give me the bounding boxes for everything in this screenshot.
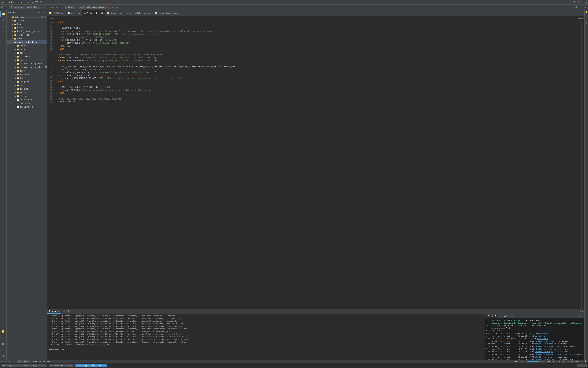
- panel-close-icon[interactable]: —: [582, 310, 583, 313]
- server-config-selector[interactable]: 🖥 clickhouse-server ▾: [78, 6, 106, 9]
- tab-more-button[interactable]: ⋮: [580, 12, 584, 14]
- power-icon[interactable]: ⏻: [585, 1, 587, 3]
- tree-item-base[interactable]: ▶ 📁 base: [7, 22, 47, 26]
- git-status-icon[interactable]: ↑: [581, 360, 582, 362]
- close-window-icon[interactable]: ✕: [584, 6, 587, 9]
- places-menu[interactable]: Places: [18, 1, 26, 4]
- tree-item-tests[interactable]: ▶ 📁 tests: [7, 91, 47, 94]
- panel-settings-icon[interactable]: ⚙: [580, 310, 581, 313]
- tab-readme[interactable]: 📝 README.md: [47, 10, 65, 16]
- close-sidebar-icon[interactable]: ✕: [43, 11, 44, 14]
- terminal-tab-local[interactable]: Local: [501, 315, 509, 318]
- structure-activity[interactable]: ≡: [0, 23, 6, 29]
- minimap-icon[interactable]: ▪: [582, 21, 583, 23]
- more-activity[interactable]: ⋯: [0, 30, 6, 36]
- terminal-tab-terminal[interactable]: Terminal: [486, 315, 498, 318]
- tab-main-cpp[interactable]: 📄 main.cpp: [65, 10, 82, 16]
- tab-gcc-toolchain[interactable]: ⚙ gcc_toolchain.cmake: [125, 10, 153, 16]
- build-icon[interactable]: 🔨: [107, 6, 111, 9]
- taskbar-clion[interactable]: ⚙ ByConity – CMakeLists.txt: [75, 364, 107, 367]
- sync-icon[interactable]: ↻: [43, 6, 46, 9]
- hamburger-icon[interactable]: ☰: [5, 6, 7, 9]
- settings-activity[interactable]: ⚙: [0, 353, 6, 359]
- settings-icon[interactable]: ⚙: [580, 6, 583, 9]
- terminal-dropdown-icon[interactable]: ▾: [512, 315, 513, 317]
- taskbar-jetbrains[interactable]: 🔧 JetBrains Toolbox: [49, 364, 74, 367]
- applications-menu[interactable]: Applications: [1, 1, 16, 4]
- tree-item-build-docker[interactable]: ▶ 📁 build_docker_centos: [7, 30, 47, 33]
- minimize-sidebar-icon[interactable]: —: [45, 11, 46, 14]
- tree-item-build-ninja[interactable]: 📄 build.ninja: [7, 105, 47, 109]
- tab-build[interactable]: Build ✕: [61, 309, 73, 314]
- tree-item-datasketches-proj[interactable]: ▶ 📁 datasketches_proj-prefix: [7, 65, 47, 69]
- tree-item-includes[interactable]: ▶ 📁 includes: [7, 73, 47, 76]
- tab-server-cpp[interactable]: 📄 Server.cpp: [105, 10, 125, 16]
- messages-panel[interactable]: -- Installing: /data1/songenjie001/ByCon…: [47, 314, 485, 359]
- taskbar-app-icon[interactable]: 🖥 root@olap-sr-index-vip-3-bigdata-t...: [1, 364, 47, 367]
- search-icon[interactable]: 🔍: [575, 6, 579, 9]
- scroll-down-icon[interactable]: ▼: [582, 17, 583, 19]
- filter-icon[interactable]: ⊟: [7, 360, 8, 362]
- tab-cmakelists[interactable]: ⚙ CMakeLists.txt: [82, 10, 105, 16]
- refresh-icon[interactable]: ↻: [37, 11, 38, 14]
- branch-selector[interactable]: eef48bb0 ▾: [26, 6, 40, 9]
- tree-item-gens[interactable]: ▶ 📁 gens: [7, 69, 47, 73]
- terminal-right-icon[interactable]: ▤: [586, 22, 587, 24]
- tree-item-bin[interactable]: ▶ 📁 bin: [7, 51, 47, 55]
- info-icon[interactable]: ℹ: [1, 360, 2, 362]
- sort-icon[interactable]: ↓↑: [11, 360, 13, 362]
- terminal-activity[interactable]: ▤: [0, 340, 6, 346]
- tree-item-ninja-deps[interactable]: 📄 .ninja_deps: [7, 98, 47, 101]
- tree-item-build[interactable]: ▶ 📁 build: [7, 26, 47, 30]
- expand-icon[interactable]: ⇅: [9, 360, 10, 362]
- database-activity[interactable]: 🗃: [0, 347, 6, 353]
- tree-item-ninja-log[interactable]: ≡ .ninja_log: [7, 101, 47, 105]
- notifications-icon[interactable]: 🔔: [585, 11, 588, 13]
- reload-icon[interactable]: ⟳: [47, 6, 50, 9]
- tree-item-cmakefiles[interactable]: ▶ 📁 CMakeFiles: [7, 55, 47, 58]
- git-activity[interactable]: ⌥: [0, 17, 6, 23]
- tree-item-utils[interactable]: ▶ 📁 utils: [7, 94, 47, 98]
- terminal-minimize-icon[interactable]: —: [582, 315, 583, 317]
- more-run-icon[interactable]: ⋮: [120, 6, 124, 9]
- error-icon[interactable]: ✕: [5, 360, 6, 362]
- locate-icon[interactable]: ⊕: [39, 11, 40, 14]
- terminal-settings-icon[interactable]: ⚙: [579, 315, 580, 317]
- code-editor[interactable]: endif () if (COMPILER_CLANG) # clang: wa…: [55, 21, 581, 309]
- tab-messages[interactable]: Messages: [47, 309, 61, 314]
- more-icon[interactable]: ⋮: [55, 6, 58, 9]
- pause-icon[interactable]: ⏸: [545, 360, 547, 362]
- collapse-icon[interactable]: ⊟: [41, 11, 42, 14]
- status-branch[interactable]: ⎇ ByConity: [17, 360, 30, 363]
- project-activity[interactable]: 📁: [0, 11, 6, 17]
- run-icon[interactable]: ▶: [112, 6, 114, 9]
- minimize-icon[interactable]: —: [59, 6, 62, 9]
- git-push-activity[interactable]: ↑: [0, 334, 6, 340]
- tree-item-dot-cmake[interactable]: ▶ 📁 .cmake: [7, 44, 47, 47]
- database-right-icon[interactable]: 🗃: [585, 18, 587, 20]
- notification-status-icon[interactable]: 🔔: [584, 360, 587, 362]
- close-build-icon[interactable]: ✕: [51, 6, 54, 9]
- tree-item-src[interactable]: ▶ 📁 src: [7, 83, 47, 87]
- debug-icon[interactable]: 🐞: [115, 6, 119, 9]
- project-selector[interactable]: ClickHouse ▾: [9, 6, 25, 9]
- tree-item-base2[interactable]: ▶ 📁 base: [7, 47, 47, 51]
- warning-icon[interactable]: ⚠: [3, 360, 4, 362]
- tree-item-contrib[interactable]: ▶ 📁 contrib: [7, 58, 47, 62]
- terminal-content[interactable]: [root@olap-sr-index-vip-3-bigdata:...# c…: [485, 319, 584, 359]
- run-config-selector[interactable]: Debug ▾: [65, 6, 76, 9]
- tree-item-datasketches-prefix[interactable]: ▶ 📁 datasketches-prefix: [7, 62, 47, 65]
- git-icon[interactable]: ⌥: [586, 15, 587, 17]
- tree-item-cmake-build-debug[interactable]: ▾ 📂 cmake-build-debug: [7, 40, 47, 44]
- tree-item-lib[interactable]: ▶ 📁 lib: [7, 76, 47, 80]
- tree-item-byconity[interactable]: ▾ 📂 ByConity /data1/songenjie001/ByConit…: [7, 15, 47, 19]
- notifications-activity[interactable]: 🔔: [0, 328, 6, 334]
- tree-item-ci-scripts[interactable]: ▶ 📁 ci_scripts: [7, 33, 47, 37]
- tree-item-cmake[interactable]: ▶ 📁 cmake: [7, 37, 47, 40]
- tab-vmoptions[interactable]: 📄 clion64.vmoptions: [153, 10, 181, 16]
- terminal-add-button[interactable]: +: [509, 315, 511, 318]
- tree-item-testing[interactable]: ▶ 📁 Testing: [7, 87, 47, 91]
- tree-item-github[interactable]: ▶ 📁 .github: [7, 19, 47, 22]
- tree-item-programs[interactable]: ▶ 📁 programs: [7, 80, 47, 83]
- build-tab-close[interactable]: ✕: [70, 311, 71, 312]
